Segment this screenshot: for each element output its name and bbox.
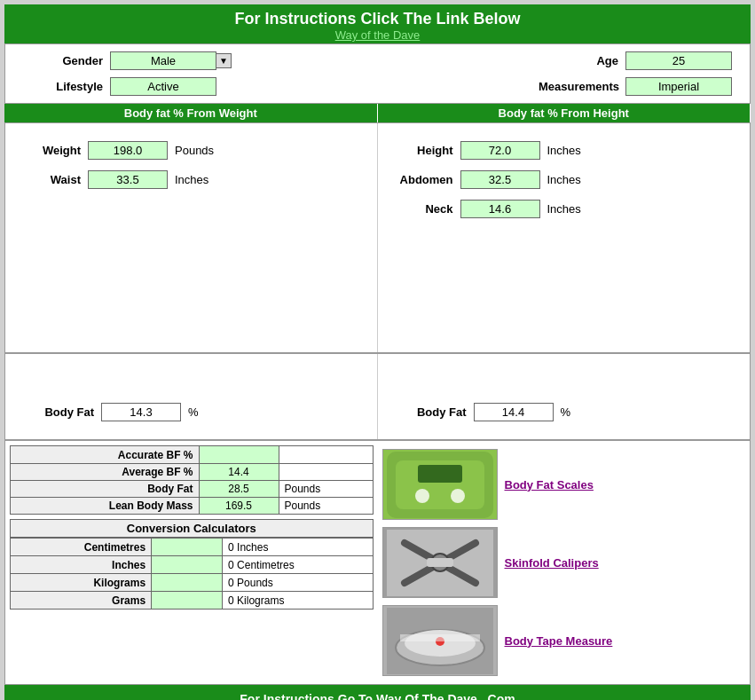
neck-input[interactable]: [460, 200, 540, 218]
abdomen-input[interactable]: [460, 170, 540, 189]
svg-rect-9: [427, 558, 453, 567]
scales-link[interactable]: Body Fat Scales: [505, 478, 594, 492]
waist-unit: Inches: [175, 173, 208, 186]
bf-weight-unit: %: [188, 405, 199, 419]
summary-table: Accurate BF % Average BF % 14.4 Body Fat…: [10, 445, 374, 515]
conv-kg-result: 0 Pounds: [223, 574, 373, 592]
conv-row-g: Grams 0 Kilograms: [11, 592, 374, 610]
gender-dropdown[interactable]: Male: [110, 51, 216, 70]
page-title: For Instructions Click The Link Below: [8, 10, 747, 28]
abdomen-label: Abdomen: [391, 173, 453, 186]
conv-kg-label: Kilograms: [11, 574, 152, 592]
weight-unit: Pounds: [175, 144, 214, 157]
conversion-table: Centimetres 0 Inches Inches 0 Centimetre…: [10, 538, 374, 610]
svg-rect-2: [418, 465, 462, 483]
weight-input[interactable]: [88, 141, 168, 160]
product-scales: Body Fat Scales: [382, 445, 746, 523]
conv-row-in: Inches 0 Centimetres: [11, 556, 374, 574]
svg-point-3: [415, 489, 429, 503]
accurate-bf-label: Accurate BF %: [11, 446, 200, 464]
conv-row-kg: Kilograms 0 Pounds: [11, 574, 374, 592]
weight-label: Weight: [19, 144, 81, 157]
calipers-link[interactable]: Skinfold Calipers: [505, 556, 599, 570]
conv-cm-label: Centimetres: [11, 539, 152, 556]
average-bf-value: 14.4: [199, 464, 279, 481]
lean-mass-unit: Pounds: [279, 498, 373, 515]
products-column: Body Fat Scales Skinfold Calipers: [378, 441, 751, 684]
bf-weight-input: [101, 403, 181, 421]
measurements-value[interactable]: Imperial: [625, 77, 732, 96]
tape-link[interactable]: Body Tape Measure: [505, 634, 613, 648]
svg-rect-14: [400, 634, 480, 641]
footer-text: For Instructions Go To Way Of The Dave .…: [4, 685, 751, 700]
lean-mass-label: Lean Body Mass: [11, 498, 200, 515]
age-label: Age: [539, 54, 618, 67]
height-label: Height: [391, 144, 453, 157]
subtitle-link[interactable]: Way of the Dave: [8, 28, 747, 42]
bf-height-label: Body Fat: [405, 405, 467, 419]
weight-section-header: Body fat % From Weight: [4, 104, 378, 122]
neck-unit: Inches: [547, 202, 581, 216]
abdomen-unit: Inches: [547, 173, 581, 186]
tape-image: [382, 605, 498, 676]
product-tape: Body Tape Measure: [382, 602, 746, 680]
bf-height-input: [474, 403, 554, 421]
lean-mass-value: 169.5: [199, 498, 279, 515]
measurements-label: Measurements: [539, 80, 618, 93]
bf-weight-label: Body Fat: [32, 405, 94, 419]
waist-label: Waist: [19, 173, 81, 186]
lifestyle-label: Lifestyle: [23, 80, 103, 93]
body-fat-lbs-unit: Pounds: [279, 481, 373, 498]
body-fat-lbs-value: 28.5: [199, 481, 279, 498]
lifestyle-value: Active: [110, 77, 216, 96]
average-bf-label: Average BF %: [11, 464, 200, 481]
height-section-header: Body fat % From Height: [378, 104, 751, 122]
accurate-bf-value[interactable]: [199, 446, 279, 464]
gender-dropdown-arrow[interactable]: ▼: [216, 53, 232, 68]
conv-row-cm: Centimetres 0 Inches: [11, 539, 374, 556]
waist-input[interactable]: [88, 170, 168, 189]
gender-label: Gender: [23, 54, 103, 67]
svg-point-4: [451, 489, 465, 503]
body-fat-lbs-label: Body Fat: [11, 481, 200, 498]
scales-image: [382, 449, 498, 520]
height-input[interactable]: [460, 141, 540, 160]
conv-g-result: 0 Kilograms: [223, 592, 373, 610]
conv-in-result: 0 Centimetres: [223, 556, 373, 574]
conv-cm-result: 0 Inches: [223, 539, 373, 556]
conversion-header: Conversion Calculators: [10, 519, 374, 538]
conv-g-label: Grams: [11, 592, 152, 610]
neck-label: Neck: [391, 202, 453, 216]
height-unit: Inches: [547, 144, 581, 157]
bf-height-unit: %: [561, 405, 571, 419]
calipers-image: [382, 527, 498, 598]
conv-in-label: Inches: [11, 556, 152, 574]
age-input[interactable]: 25: [625, 51, 732, 70]
product-calipers: Skinfold Calipers: [382, 523, 746, 602]
